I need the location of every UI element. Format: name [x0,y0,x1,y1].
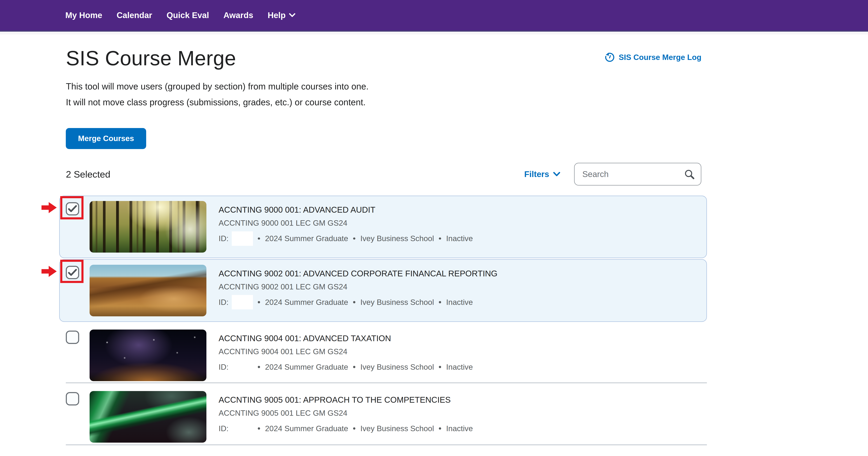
search-input[interactable] [574,163,701,186]
course-id-label: ID: [219,234,228,243]
course-row: ACCNTING 9004 001: ADVANCED TAXATION ACC… [59,324,707,382]
course-row: ACCNTING 9002 001: ADVANCED CORPORATE FI… [59,259,707,322]
course-code: ACCNTING 9002 001 LEC GM GS24 [219,282,497,291]
red-arrow-annotation [41,201,57,214]
list-toolbar: 2 Selected Filters [66,163,701,186]
nav-item-label: My Home [65,10,102,20]
course-meta: ID: 2024 Summer Graduate Ivey Business S… [219,231,473,246]
course-status: Inactive [446,234,473,243]
course-row: ACCNTING 9000 001: ADVANCED AUDIT ACCNTI… [59,196,707,258]
course-thumbnail [90,201,207,253]
selected-count: 2 Selected [66,169,110,180]
course-school: Ivey Business School [361,298,434,307]
course-thumbnail [90,330,207,381]
bullet-separator [258,366,260,368]
course-meta: ID: 2024 Summer Graduate Ivey Business S… [219,360,473,374]
nav-item-calendar[interactable]: Calendar [117,10,152,20]
bullet-separator [439,366,441,368]
course-code: ACCNTING 9004 001 LEC GM GS24 [219,347,473,356]
page-title: SIS Course Merge [66,46,868,70]
course-status: Inactive [446,298,473,307]
bullet-separator [439,237,441,240]
redacted-id-value [232,421,253,436]
navbar-shadow-band [0,32,868,34]
course-status: Inactive [446,363,473,371]
bullet-separator [439,301,441,303]
bullet-separator [258,427,260,430]
nav-item-label: Quick Eval [166,10,209,20]
course-meta: ID: 2024 Summer Graduate Ivey Business S… [219,421,473,436]
course-code: ACCNTING 9000 001 LEC GM GS24 [219,219,473,227]
sis-course-merge-log-link[interactable]: SIS Course Merge Log [604,52,701,63]
row-divider [66,382,707,383]
course-term: 2024 Summer Graduate [265,363,348,371]
course-info: ACCNTING 9000 001: ADVANCED AUDIT ACCNTI… [219,201,473,246]
redacted-id-value [232,231,253,246]
course-school: Ivey Business School [361,363,434,371]
course-info: ACCNTING 9002 001: ADVANCED CORPORATE FI… [219,265,497,309]
course-info: ACCNTING 9004 001: ADVANCED TAXATION ACC… [219,330,473,374]
course-list: ACCNTING 9000 001: ADVANCED AUDIT ACCNTI… [59,196,707,446]
top-navbar: My Home Calendar Quick Eval Awards Help [0,0,868,30]
course-title: ACCNTING 9005 001: APPROACH TO THE COMPE… [219,394,473,405]
search-icon[interactable] [684,169,695,182]
course-code: ACCNTING 9005 001 LEC GM GS24 [219,409,473,418]
course-title: ACCNTING 9000 001: ADVANCED AUDIT [219,204,473,216]
course-term: 2024 Summer Graduate [265,298,348,307]
nav-item-label: Calendar [117,10,152,20]
course-title: ACCNTING 9002 001: ADVANCED CORPORATE FI… [219,268,497,279]
log-link-label: SIS Course Merge Log [619,53,701,62]
filters-label: Filters [524,169,549,179]
bullet-separator [353,427,355,430]
nav-item-awards[interactable]: Awards [223,10,253,20]
merge-courses-button[interactable]: Merge Courses [66,128,146,149]
page: My Home Calendar Quick Eval Awards Help … [0,0,868,456]
course-checkbox-unchecked[interactable] [66,331,79,344]
filters-dropdown[interactable]: Filters [524,169,560,179]
course-checkbox-unchecked[interactable] [66,392,79,405]
list-bottom-divider [66,444,707,445]
toolbar-right: Filters [524,163,701,186]
nav-item-label: Help [268,10,286,20]
course-thumbnail [90,391,207,443]
redacted-id-value [232,360,253,374]
course-id-label: ID: [219,298,228,307]
search-box [574,163,701,186]
history-icon [604,52,615,63]
course-id-label: ID: [219,363,228,371]
course-term: 2024 Summer Graduate [265,234,348,243]
course-id-label: ID: [219,424,228,433]
redacted-id-value [232,295,253,309]
course-school: Ivey Business School [361,234,434,243]
course-term: 2024 Summer Graduate [265,424,348,433]
nav-item-label: Awards [223,10,253,20]
course-meta: ID: 2024 Summer Graduate Ivey Business S… [219,295,497,309]
course-info: ACCNTING 9005 001: APPROACH TO THE COMPE… [219,391,473,436]
course-school: Ivey Business School [361,424,434,433]
course-title: ACCNTING 9004 001: ADVANCED TAXATION [219,333,473,344]
course-thumbnail [90,265,207,316]
red-arrow-annotation [41,265,57,278]
nav-item-quick-eval[interactable]: Quick Eval [166,10,209,20]
bullet-separator [258,237,260,240]
description-line-2: It will not move class progress (submiss… [66,94,868,110]
bullet-separator [353,366,355,368]
bullet-separator [353,301,355,303]
course-status: Inactive [446,424,473,433]
bullet-separator [353,237,355,240]
bullet-separator [439,427,441,430]
description-line-1: This tool will move users (grouped by se… [66,79,868,94]
course-checkbox-checked[interactable] [66,266,79,279]
chevron-down-icon [289,13,296,18]
nav-item-help[interactable]: Help [268,10,296,20]
chevron-down-icon [553,172,560,177]
course-row: ACCNTING 9005 001: APPROACH TO THE COMPE… [59,386,707,444]
tool-description: This tool will move users (grouped by se… [66,79,868,110]
nav-item-my-home[interactable]: My Home [65,10,102,20]
bullet-separator [258,301,260,303]
course-checkbox-checked[interactable] [66,202,79,216]
